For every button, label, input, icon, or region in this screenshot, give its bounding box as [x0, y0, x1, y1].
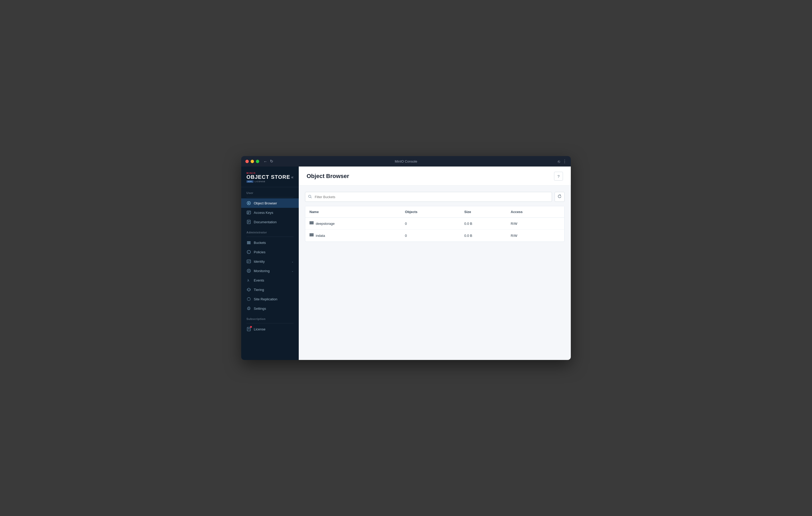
col-access: Access — [506, 206, 564, 218]
titlebar: ← ↻ MinIO Console ⎋ ⋮ — [241, 156, 571, 166]
bucket-name-deepstorage: deepstorage — [316, 222, 335, 225]
content-header: Object Browser ? — [299, 166, 571, 186]
table-row[interactable]: deepstorage 0 0.0 B R/W — [305, 218, 564, 230]
cell-size-2: 0.0 B — [460, 230, 506, 242]
table-body: deepstorage 0 0.0 B R/W — [305, 218, 564, 242]
subscription-section-label: Subscription — [241, 313, 299, 322]
identity-chevron-icon: ⌄ — [291, 260, 293, 263]
sidebar-item-monitoring-label: Monitoring — [254, 269, 289, 273]
svg-rect-26 — [248, 328, 250, 329]
help-button[interactable]: ? — [554, 172, 563, 181]
content-body: Name Objects Size Access — [299, 186, 571, 360]
policies-icon: i — [246, 250, 251, 254]
sidebar-collapse-button[interactable]: « — [291, 175, 293, 180]
sidebar-item-settings[interactable]: Settings — [241, 304, 299, 313]
events-icon: λ — [246, 278, 251, 282]
help-icon: ? — [557, 174, 559, 179]
svg-rect-11 — [247, 242, 251, 243]
logo-objectstore: OBJECT STORE — [246, 174, 290, 180]
svg-rect-30 — [310, 221, 314, 222]
cell-objects-1: 0 — [401, 218, 460, 230]
page-title: Object Browser — [307, 173, 349, 180]
sidebar-item-object-browser-label: Object Browser — [254, 201, 293, 205]
col-name: Name — [305, 206, 401, 218]
bucket-name-indata: indata — [316, 234, 325, 238]
logo-text: MINIO OBJECT STORE AGPL LICENSE — [246, 172, 290, 183]
svg-rect-35 — [310, 236, 314, 236]
sidebar-item-policies-label: Policies — [254, 250, 293, 254]
access-keys-icon — [246, 210, 251, 215]
sidebar-item-buckets-label: Buckets — [254, 241, 293, 245]
logo-license: LICENSE — [255, 180, 265, 183]
main-layout: MINIO OBJECT STORE AGPL LICENSE « User — [241, 166, 571, 360]
refresh-button[interactable] — [555, 192, 564, 202]
bucket-icon — [310, 221, 314, 226]
svg-rect-27 — [248, 329, 250, 329]
cell-objects-2: 0 — [401, 230, 460, 242]
col-objects: Objects — [401, 206, 460, 218]
sidebar: MINIO OBJECT STORE AGPL LICENSE « User — [241, 166, 299, 360]
refresh-icon — [557, 194, 562, 200]
minimize-button[interactable] — [251, 160, 254, 163]
tiering-icon — [246, 287, 251, 292]
sidebar-item-tiering[interactable]: Tiering — [241, 285, 299, 294]
bucket-name-cell: deepstorage — [310, 221, 335, 226]
svg-point-17 — [248, 261, 249, 262]
svg-rect-19 — [249, 261, 250, 261]
sidebar-logo: MINIO OBJECT STORE AGPL LICENSE « — [241, 166, 299, 187]
traffic-lights — [245, 160, 259, 163]
object-browser-icon — [246, 201, 251, 206]
sidebar-item-identity[interactable]: Identity ⌄ — [241, 257, 299, 266]
svg-rect-8 — [248, 222, 250, 222]
cell-name: deepstorage — [305, 218, 401, 230]
table-row[interactable]: indata 0 0.0 B R/W — [305, 230, 564, 242]
user-section-divider — [246, 197, 293, 198]
sidebar-item-site-replication[interactable]: Site Replication — [241, 294, 299, 304]
svg-point-1 — [248, 203, 250, 204]
cell-access-2: R/W — [506, 230, 564, 242]
sidebar-item-settings-label: Settings — [254, 307, 293, 310]
admin-section-label: Administrator — [241, 226, 299, 236]
sidebar-item-buckets[interactable]: Buckets — [241, 238, 299, 247]
identity-icon — [246, 259, 251, 264]
buckets-icon — [246, 240, 251, 245]
table-head: Name Objects Size Access — [305, 206, 564, 218]
maximize-button[interactable] — [256, 160, 259, 163]
svg-rect-34 — [310, 235, 314, 235]
svg-text:i: i — [248, 251, 249, 253]
back-button[interactable]: ← — [263, 159, 267, 164]
sidebar-item-events-label: Events — [254, 278, 293, 282]
svg-point-28 — [309, 195, 311, 198]
toolbar — [305, 192, 564, 202]
sidebar-item-object-browser[interactable]: Object Browser — [241, 199, 299, 208]
search-input[interactable] — [305, 192, 552, 202]
share-button[interactable]: ⎋ — [558, 159, 560, 164]
sidebar-item-monitoring[interactable]: Monitoring ⌄ — [241, 266, 299, 275]
monitoring-icon — [246, 269, 251, 273]
svg-line-29 — [311, 197, 312, 198]
sidebar-item-identity-label: Identity — [254, 260, 289, 264]
cell-name-2: indata — [305, 230, 401, 242]
close-button[interactable] — [245, 160, 249, 163]
sidebar-item-access-keys-label: Access Keys — [254, 211, 293, 215]
cell-access-1: R/W — [506, 218, 564, 230]
svg-rect-9 — [248, 222, 249, 223]
reload-button[interactable]: ↻ — [270, 159, 273, 164]
settings-icon — [246, 306, 251, 311]
titlebar-nav: ← ↻ — [263, 159, 273, 164]
sidebar-item-tiering-label: Tiering — [254, 288, 293, 292]
table-header-row: Name Objects Size Access — [305, 206, 564, 218]
more-button[interactable]: ⋮ — [563, 159, 567, 164]
sidebar-item-policies[interactable]: i Policies — [241, 247, 299, 257]
svg-rect-32 — [310, 223, 314, 224]
search-icon — [308, 195, 312, 199]
sidebar-item-access-keys[interactable]: Access Keys — [241, 208, 299, 217]
svg-point-23 — [249, 271, 249, 271]
monitoring-chevron-icon: ⌄ — [291, 270, 293, 272]
license-icon — [246, 327, 251, 331]
sidebar-item-documentation[interactable]: Documentation — [241, 217, 299, 226]
col-size: Size — [460, 206, 506, 218]
sidebar-item-license[interactable]: License — [241, 324, 299, 334]
logo-agpl: AGPL — [246, 180, 254, 183]
sidebar-item-events[interactable]: λ Events — [241, 275, 299, 285]
